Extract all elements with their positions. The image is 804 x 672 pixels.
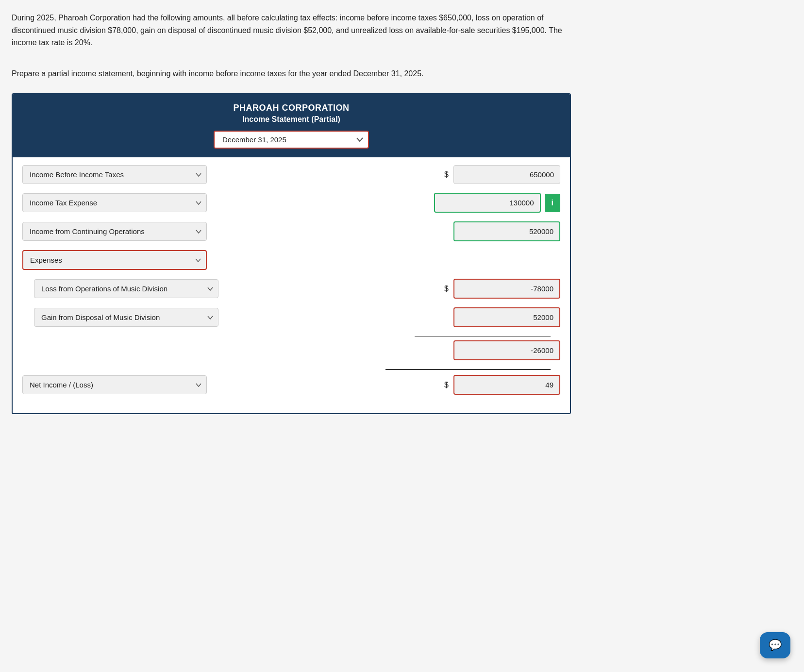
statement-title: Income Statement (Partial): [18, 115, 564, 124]
dollar-sign-1: $: [442, 170, 451, 179]
dollar-sign-3: $: [442, 381, 451, 389]
table-body: Income Before Income Taxes $ Income Tax …: [13, 157, 570, 413]
loss-music-select[interactable]: Loss from Operations of Music Division: [34, 279, 218, 298]
income-statement-table: PHAROAH CORPORATION Income Statement (Pa…: [12, 93, 571, 414]
subtotal-row: [22, 340, 560, 360]
subtotal-input[interactable]: [453, 340, 560, 360]
table-header: PHAROAH CORPORATION Income Statement (Pa…: [13, 94, 570, 157]
gain-music-input[interactable]: [453, 307, 560, 327]
intro-paragraph-2: Prepare a partial income statement, begi…: [12, 67, 571, 80]
income-tax-expense-input[interactable]: [434, 193, 541, 213]
net-income-row: Net Income / (Loss) $: [22, 375, 560, 395]
dollar-sign-2: $: [442, 285, 451, 293]
income-tax-expense-row: Income Tax Expense i: [22, 193, 560, 213]
income-before-taxes-input[interactable]: [453, 165, 560, 184]
income-continuing-row: Income from Continuing Operations: [22, 221, 560, 241]
loss-music-row: Loss from Operations of Music Division $: [22, 279, 560, 299]
date-select[interactable]: December 31, 2025: [214, 131, 369, 149]
loss-music-input[interactable]: [453, 279, 560, 299]
net-income-select[interactable]: Net Income / (Loss): [22, 375, 207, 394]
double-underline-divider: [22, 369, 560, 371]
income-before-taxes-row: Income Before Income Taxes $: [22, 165, 560, 184]
gain-music-select[interactable]: Gain from Disposal of Music Division: [34, 308, 218, 327]
discontinued-section-select[interactable]: Expenses: [22, 250, 207, 270]
intro-paragraph-1: During 2025, Pharoah Corporation had the…: [12, 12, 571, 49]
income-continuing-input[interactable]: [453, 221, 560, 241]
gain-music-row: Gain from Disposal of Music Division: [22, 307, 560, 327]
net-income-input[interactable]: [453, 375, 560, 395]
income-tax-expense-select[interactable]: Income Tax Expense: [22, 193, 207, 212]
company-name: PHAROAH CORPORATION: [18, 103, 564, 113]
info-button[interactable]: i: [545, 194, 560, 212]
underline-divider: [22, 336, 560, 336]
income-continuing-select[interactable]: Income from Continuing Operations: [22, 222, 207, 241]
discontinued-section-row: Expenses: [22, 250, 560, 270]
income-before-taxes-select[interactable]: Income Before Income Taxes: [22, 165, 207, 184]
